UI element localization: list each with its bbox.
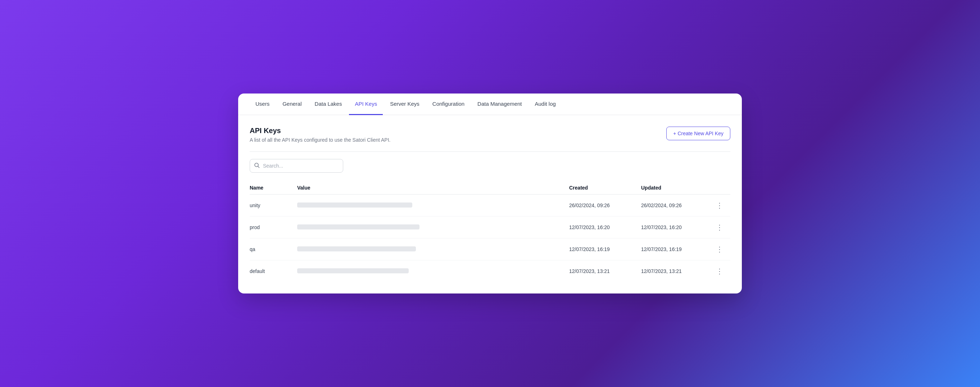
- cell-created: 12/07/2023, 13:21: [565, 260, 637, 282]
- tab-data-lakes[interactable]: Data Lakes: [309, 94, 348, 115]
- tab-data-management[interactable]: Data Management: [472, 94, 527, 115]
- cell-created: 12/07/2023, 16:20: [565, 217, 637, 238]
- page-header: API Keys A list of all the API Keys conf…: [250, 127, 390, 143]
- tab-audit-log[interactable]: Audit log: [529, 94, 561, 115]
- page-title: API Keys: [250, 127, 390, 135]
- col-header-updated: Updated: [637, 181, 709, 195]
- page-content: API Keys A list of all the API Keys conf…: [238, 115, 742, 293]
- table-row: default12/07/2023, 13:2112/07/2023, 13:2…: [250, 260, 730, 282]
- table-header-row: Name Value Created Updated: [250, 181, 730, 195]
- cell-name: default: [250, 260, 293, 282]
- cell-updated: 12/07/2023, 13:21: [637, 260, 709, 282]
- cell-name: unity: [250, 195, 293, 217]
- table-body: unity26/02/2024, 09:2626/02/2024, 09:26⋮…: [250, 195, 730, 282]
- table-header: Name Value Created Updated: [250, 181, 730, 195]
- cell-updated: 26/02/2024, 09:26: [637, 195, 709, 217]
- more-options-button[interactable]: ⋮: [713, 200, 726, 210]
- svg-line-1: [258, 167, 259, 168]
- search-input[interactable]: [250, 159, 343, 173]
- more-options-button[interactable]: ⋮: [713, 266, 726, 276]
- table-row: unity26/02/2024, 09:2626/02/2024, 09:26⋮: [250, 195, 730, 217]
- cell-name: prod: [250, 217, 293, 238]
- col-header-created: Created: [565, 181, 637, 195]
- cell-value: [293, 195, 565, 217]
- cell-value: [293, 260, 565, 282]
- table-row: qa12/07/2023, 16:1912/07/2023, 16:19⋮: [250, 238, 730, 260]
- tab-users[interactable]: Users: [250, 94, 275, 115]
- cell-value: [293, 217, 565, 238]
- tab-general[interactable]: General: [277, 94, 307, 115]
- cell-actions: ⋮: [709, 260, 730, 282]
- search-wrapper: [250, 159, 343, 173]
- cell-actions: ⋮: [709, 217, 730, 238]
- tab-bar: UsersGeneralData LakesAPI KeysServer Key…: [238, 94, 742, 115]
- cell-value: [293, 238, 565, 260]
- cell-actions: ⋮: [709, 238, 730, 260]
- tab-configuration[interactable]: Configuration: [427, 94, 470, 115]
- cell-updated: 12/07/2023, 16:19: [637, 238, 709, 260]
- cell-updated: 12/07/2023, 16:20: [637, 217, 709, 238]
- search-icon: [254, 163, 260, 170]
- page-subtitle: A list of all the API Keys configured to…: [250, 137, 390, 143]
- main-card: UsersGeneralData LakesAPI KeysServer Key…: [238, 94, 742, 293]
- header-row: API Keys A list of all the API Keys conf…: [250, 127, 730, 143]
- more-options-button[interactable]: ⋮: [713, 244, 726, 254]
- col-header-value: Value: [293, 181, 565, 195]
- tab-server-keys[interactable]: Server Keys: [384, 94, 425, 115]
- cell-actions: ⋮: [709, 195, 730, 217]
- create-api-key-button[interactable]: + Create New API Key: [666, 127, 730, 140]
- cell-created: 26/02/2024, 09:26: [565, 195, 637, 217]
- more-options-button[interactable]: ⋮: [713, 222, 726, 232]
- api-keys-table: Name Value Created Updated unity26/02/20…: [250, 181, 730, 282]
- tab-api-keys[interactable]: API Keys: [349, 94, 383, 115]
- cell-created: 12/07/2023, 16:19: [565, 238, 637, 260]
- table-row: prod12/07/2023, 16:2012/07/2023, 16:20⋮: [250, 217, 730, 238]
- cell-name: qa: [250, 238, 293, 260]
- col-header-name: Name: [250, 181, 293, 195]
- col-header-actions: [709, 181, 730, 195]
- divider: [250, 151, 730, 152]
